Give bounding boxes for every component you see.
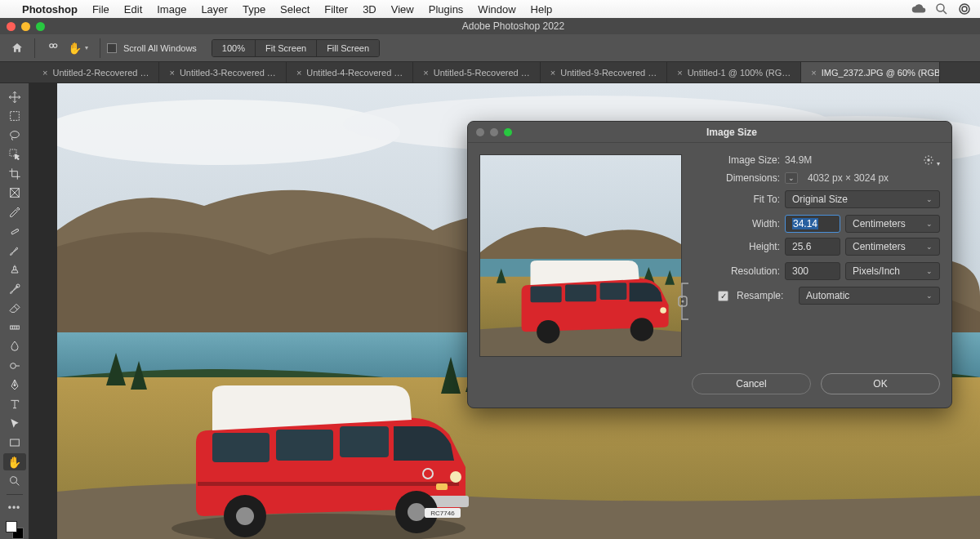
- menu-window[interactable]: Window: [470, 3, 523, 16]
- height-input[interactable]: 25.6: [785, 238, 840, 256]
- move-tool-icon[interactable]: [3, 88, 26, 106]
- close-tab-icon[interactable]: ×: [811, 68, 816, 78]
- app-menu[interactable]: Photoshop: [15, 3, 85, 16]
- svg-rect-41: [276, 430, 333, 461]
- menu-select[interactable]: Select: [273, 3, 317, 16]
- cancel-button[interactable]: Cancel: [692, 373, 811, 394]
- fit-to-select[interactable]: Original Size⌄: [785, 190, 940, 208]
- close-tab-icon[interactable]: ×: [169, 68, 174, 78]
- fill-screen-button[interactable]: Fill Screen: [316, 40, 379, 56]
- gradient-tool-icon[interactable]: [3, 318, 26, 336]
- menu-plugins[interactable]: Plugins: [421, 3, 471, 16]
- hand-tool-icon[interactable]: ✋: [3, 453, 26, 471]
- document-tab[interactable]: ×Untitled-2-Recovered …: [33, 62, 159, 82]
- width-unit-select[interactable]: Centimeters⌄: [845, 215, 940, 233]
- document-tab[interactable]: ×Untitled-5-Recovered …: [413, 62, 540, 82]
- history-brush-tool-icon[interactable]: [3, 280, 26, 298]
- close-tab-icon[interactable]: ×: [423, 68, 428, 78]
- home-button[interactable]: [7, 38, 28, 58]
- window-titlebar: Adobe Photoshop 2022: [0, 18, 980, 34]
- dialog-settings-icon[interactable]: ▾: [923, 154, 940, 168]
- marquee-tool-icon[interactable]: [3, 108, 26, 126]
- ok-button[interactable]: OK: [821, 373, 940, 394]
- close-tab-icon[interactable]: ×: [296, 68, 301, 78]
- menu-filter[interactable]: Filter: [317, 3, 355, 16]
- menu-image[interactable]: Image: [149, 3, 194, 16]
- resample-method-select[interactable]: Automatic⌄: [799, 287, 940, 305]
- height-unit-value: Centimeters: [853, 241, 906, 252]
- window-minimize-button[interactable]: [21, 22, 30, 31]
- svg-point-0: [937, 4, 944, 11]
- image-size-preview: [479, 154, 682, 357]
- resolution-input[interactable]: 300: [785, 262, 840, 280]
- menu-3d[interactable]: 3D: [355, 3, 384, 16]
- close-tab-icon[interactable]: ×: [677, 68, 682, 78]
- svg-rect-62: [600, 283, 627, 300]
- rectangle-tool-icon[interactable]: [3, 434, 26, 452]
- window-zoom-button[interactable]: [36, 22, 45, 31]
- dimensions-unit-dropdown[interactable]: ⌄: [785, 172, 798, 184]
- window-close-button[interactable]: [7, 22, 16, 31]
- svg-point-68: [682, 301, 684, 303]
- eraser-tool-icon[interactable]: [3, 300, 26, 318]
- creative-cloud-icon[interactable]: [957, 2, 972, 16]
- svg-point-45: [450, 471, 461, 483]
- svg-point-51: [408, 503, 425, 521]
- document-tab[interactable]: ×Untitled-1 @ 100% (RG…: [667, 62, 801, 82]
- tool-preset-picker[interactable]: ✋ ▾: [42, 39, 93, 57]
- scroll-all-windows-checkbox[interactable]: [107, 43, 117, 53]
- menu-help[interactable]: Help: [523, 3, 560, 16]
- healing-brush-tool-icon[interactable]: [3, 223, 26, 241]
- zoom-100-button[interactable]: 100%: [212, 40, 255, 56]
- app-window: Adobe Photoshop 2022 ✋ ▾ Scroll All Wind…: [0, 18, 980, 539]
- pen-tool-icon[interactable]: [3, 376, 26, 394]
- svg-point-2: [960, 4, 969, 14]
- blur-tool-icon[interactable]: [3, 338, 26, 356]
- document-tab[interactable]: ×Untitled-9-Recovered …: [541, 62, 667, 82]
- close-tab-icon[interactable]: ×: [42, 68, 47, 78]
- cloud-sync-icon[interactable]: [911, 2, 926, 16]
- constrain-proportions-icon[interactable]: [677, 282, 692, 321]
- height-unit-select[interactable]: Centimeters⌄: [845, 238, 940, 256]
- crop-tool-icon[interactable]: [3, 165, 26, 183]
- document-tab[interactable]: ×Untitled-3-Recovered …: [159, 62, 286, 82]
- svg-point-66: [927, 158, 930, 162]
- svg-text:RC7746: RC7746: [430, 510, 455, 517]
- svg-point-24: [57, 100, 400, 165]
- frame-tool-icon[interactable]: [3, 185, 26, 203]
- svg-point-21: [10, 477, 16, 483]
- fit-to-value: Original Size: [792, 194, 848, 205]
- dialog-titlebar[interactable]: Image Size: [468, 122, 951, 143]
- lasso-tool-icon[interactable]: [3, 127, 26, 145]
- menu-type[interactable]: Type: [235, 3, 273, 16]
- clone-stamp-tool-icon[interactable]: [3, 261, 26, 279]
- svg-point-65: [660, 307, 666, 314]
- menu-layer[interactable]: Layer: [194, 3, 235, 16]
- scroll-all-windows-label: Scroll All Windows: [123, 43, 197, 53]
- edit-toolbar-icon[interactable]: •••: [3, 499, 26, 517]
- path-selection-tool-icon[interactable]: [3, 415, 26, 433]
- menu-file[interactable]: File: [85, 3, 117, 16]
- brush-tool-icon[interactable]: [3, 242, 26, 260]
- resample-checkbox[interactable]: ✓: [718, 291, 728, 301]
- document-tab[interactable]: ×IMG_2372.JPG @ 60% (RGB/8*): [801, 62, 940, 82]
- dialog-zoom-button[interactable]: [504, 128, 512, 136]
- zoom-tool-icon[interactable]: [3, 472, 26, 490]
- eyedropper-tool-icon[interactable]: [3, 203, 26, 221]
- dialog-close-button[interactable]: [476, 128, 484, 136]
- menu-edit[interactable]: Edit: [117, 3, 149, 16]
- fit-to-label: Fit To:: [695, 194, 780, 205]
- object-selection-tool-icon[interactable]: [3, 146, 26, 164]
- menu-view[interactable]: View: [384, 3, 421, 16]
- foreground-background-swatches[interactable]: [6, 521, 24, 539]
- close-tab-icon[interactable]: ×: [550, 68, 555, 78]
- resolution-unit-select[interactable]: Pixels/Inch⌄: [845, 262, 940, 280]
- spotlight-search-icon[interactable]: [934, 2, 949, 16]
- fit-screen-button[interactable]: Fit Screen: [255, 40, 316, 56]
- type-tool-icon[interactable]: [3, 395, 26, 413]
- width-value: 34.14: [792, 218, 818, 229]
- width-input[interactable]: 34.14: [785, 215, 840, 233]
- document-tab[interactable]: ×Untitled-4-Recovered …: [287, 62, 413, 82]
- dialog-minimize-button: [490, 128, 498, 136]
- dodge-tool-icon[interactable]: [3, 357, 26, 375]
